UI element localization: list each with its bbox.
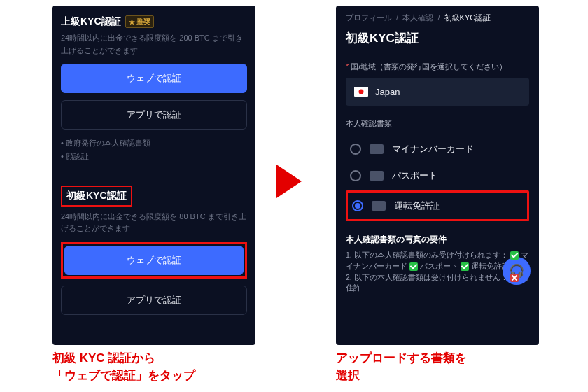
document-type-list: 本人確認書類 マイナンバーカード パスポート 運転免許証 bbox=[346, 118, 529, 221]
doc-option-label: パスポート bbox=[392, 169, 438, 182]
document-type-label: 本人確認書類 bbox=[346, 118, 529, 129]
basic-limit-text: 24時間以内に出金できる限度額を 80 BTC まで引き上げることができます bbox=[61, 211, 247, 235]
advanced-req-govid: 政府発行の本人確認書類 bbox=[66, 139, 150, 147]
doc-option-label: 運転免許証 bbox=[394, 200, 440, 212]
advanced-app-auth-button[interactable]: アプリで認証 bbox=[61, 100, 247, 130]
caption-step2: アップロードする書類を 選択 bbox=[336, 350, 560, 384]
doc-option-passport[interactable]: パスポート bbox=[346, 162, 529, 189]
drivers-license-icon bbox=[372, 201, 386, 211]
basic-kyc-title-highlight: 初級KYC認証 bbox=[61, 186, 132, 206]
crumb-profile[interactable]: プロフィール bbox=[346, 13, 392, 22]
basic-web-auth-highlight: ウェブで認証 bbox=[61, 242, 247, 279]
advanced-limit-text: 24時間以内に出金できる限度額を 200 BTC まで引き上げることができます bbox=[61, 32, 247, 57]
photo-requirements-body: 1. 以下の本人確認書類のみ受け付けられます： マイナンバーカード パスポート … bbox=[346, 250, 529, 294]
doc-option-mynumber[interactable]: マイナンバーカード bbox=[346, 136, 529, 162]
page-title: 初級KYC認証 bbox=[346, 30, 529, 46]
star-icon: ★ bbox=[129, 18, 135, 26]
advanced-kyc-title-text: 上級KYC認証 bbox=[61, 15, 121, 28]
crumb-identity[interactable]: 本人確認 bbox=[402, 13, 433, 22]
basic-app-auth-button[interactable]: アプリで認証 bbox=[61, 286, 247, 315]
crumb-current: 初級KYC認証 bbox=[444, 13, 491, 22]
basic-kyc-title-text: 初級KYC認証 bbox=[66, 190, 127, 201]
screenshot-step1: 上級KYC認証 ★ 推奨 24時間以内に出金できる限度額を 200 BTC まで… bbox=[52, 6, 255, 345]
country-select[interactable]: Japan bbox=[346, 78, 529, 106]
id-card-icon bbox=[370, 144, 384, 154]
recommended-badge-label: 推奨 bbox=[136, 17, 150, 27]
flag-japan-icon bbox=[354, 87, 368, 97]
screenshot-step2: プロフィール / 本人確認 / 初級KYC認証 初級KYC認証 *国/地域（書類… bbox=[336, 6, 539, 345]
breadcrumb: プロフィール / 本人確認 / 初級KYC認証 bbox=[346, 13, 529, 23]
passport-icon bbox=[370, 171, 384, 181]
advanced-web-auth-button[interactable]: ウェブで認証 bbox=[61, 64, 247, 93]
arrow-icon bbox=[276, 164, 302, 198]
basic-web-auth-button[interactable]: ウェブで認証 bbox=[64, 246, 244, 275]
radio-icon bbox=[350, 144, 361, 155]
advanced-req-face: 顔認証 bbox=[66, 152, 89, 160]
radio-icon bbox=[350, 170, 361, 181]
required-star-icon: * bbox=[346, 62, 349, 71]
check-icon bbox=[410, 262, 418, 271]
caption-step1: 初級 KYC 認証から 「ウェブで認証」をタップ bbox=[52, 350, 276, 384]
basic-kyc-title: 初級KYC認証 bbox=[61, 183, 132, 206]
photo-requirements-heading: 本人確認書類の写真の要件 bbox=[346, 234, 529, 246]
advanced-requirements-list: • 政府発行の本人確認書類 • 顔認証 bbox=[61, 136, 247, 162]
cross-icon bbox=[510, 274, 519, 282]
check-icon bbox=[510, 251, 519, 260]
recommended-badge: ★ 推奨 bbox=[125, 15, 154, 28]
doc-option-label: マイナンバーカード bbox=[392, 143, 474, 155]
country-field-label: *国/地域（書類の発行国を選択してください） bbox=[346, 62, 529, 72]
check-icon bbox=[461, 262, 469, 271]
advanced-kyc-title: 上級KYC認証 ★ 推奨 bbox=[61, 13, 154, 28]
doc-option-drivers-license[interactable]: 運転免許証 bbox=[348, 192, 527, 219]
radio-selected-icon bbox=[352, 200, 363, 211]
doc-option-drive-highlight: 運転免許証 bbox=[346, 190, 529, 221]
country-select-value: Japan bbox=[375, 87, 400, 97]
